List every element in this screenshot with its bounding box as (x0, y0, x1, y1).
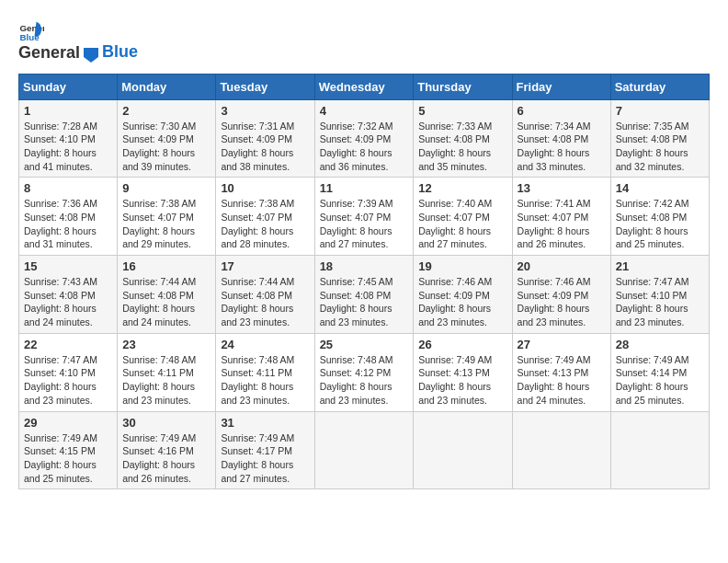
sunset-label: Sunset: 4:08 PM (320, 290, 392, 301)
calendar-cell: 28 Sunrise: 7:49 AM Sunset: 4:14 PM Dayl… (610, 333, 709, 411)
daylight-label: Daylight: 8 hours and 26 minutes. (518, 225, 590, 250)
daylight-label: Daylight: 8 hours and 23 minutes. (518, 303, 590, 327)
sunrise-label: Sunrise: 7:49 AM (518, 354, 591, 365)
daylight-label: Daylight: 8 hours and 32 minutes. (616, 147, 688, 172)
sunrise-label: Sunrise: 7:33 AM (418, 121, 492, 132)
daylight-label: Daylight: 8 hours and 39 minutes. (122, 147, 195, 172)
sunrise-label: Sunrise: 7:34 AM (518, 121, 591, 132)
sunset-label: Sunset: 4:13 PM (518, 367, 589, 378)
day-number: 30 (122, 416, 210, 430)
day-number: 3 (221, 104, 309, 118)
calendar-cell: 3 Sunrise: 7:31 AM Sunset: 4:09 PM Dayli… (216, 99, 314, 178)
day-info: Sunrise: 7:44 AM Sunset: 4:08 PM Dayligh… (221, 275, 309, 329)
daylight-label: Daylight: 8 hours and 24 minutes. (518, 381, 590, 406)
sunrise-label: Sunrise: 7:39 AM (320, 198, 393, 209)
day-info: Sunrise: 7:45 AM Sunset: 4:08 PM Dayligh… (320, 275, 409, 329)
day-number: 26 (418, 338, 506, 351)
day-info: Sunrise: 7:49 AM Sunset: 4:14 PM Dayligh… (616, 353, 704, 408)
sunset-label: Sunset: 4:13 PM (418, 367, 490, 378)
calendar-cell: 25 Sunrise: 7:48 AM Sunset: 4:12 PM Dayl… (314, 333, 414, 411)
sunset-label: Sunset: 4:17 PM (221, 445, 292, 456)
sunrise-label: Sunrise: 7:48 AM (320, 354, 393, 365)
calendar-week-5: 29 Sunrise: 7:49 AM Sunset: 4:15 PM Dayl… (19, 411, 710, 489)
daylight-label: Daylight: 8 hours and 23 minutes. (320, 303, 392, 327)
calendar-cell: 10 Sunrise: 7:38 AM Sunset: 4:07 PM Dayl… (216, 178, 314, 256)
sunrise-label: Sunrise: 7:48 AM (221, 354, 294, 365)
sunset-label: Sunset: 4:07 PM (418, 212, 490, 223)
calendar-cell: 13 Sunrise: 7:41 AM Sunset: 4:07 PM Dayl… (512, 178, 610, 256)
sunrise-label: Sunrise: 7:49 AM (616, 354, 689, 365)
logo-blue: Blue (102, 43, 138, 60)
page-header: General Blue General Blue (18, 18, 710, 64)
day-header-tuesday: Tuesday (216, 74, 314, 99)
day-number: 14 (616, 181, 704, 195)
sunset-label: Sunset: 4:09 PM (320, 133, 392, 144)
sunset-label: Sunset: 4:09 PM (518, 290, 589, 301)
day-number: 27 (518, 338, 606, 351)
day-header-thursday: Thursday (414, 74, 512, 99)
calendar-cell: 22 Sunrise: 7:47 AM Sunset: 4:10 PM Dayl… (19, 333, 118, 411)
daylight-label: Daylight: 8 hours and 26 minutes. (122, 459, 195, 484)
daylight-label: Daylight: 8 hours and 27 minutes. (320, 225, 392, 250)
day-number: 7 (616, 104, 704, 118)
day-info: Sunrise: 7:49 AM Sunset: 4:17 PM Dayligh… (221, 431, 309, 486)
calendar-cell: 1 Sunrise: 7:28 AM Sunset: 4:10 PM Dayli… (19, 99, 118, 178)
day-info: Sunrise: 7:49 AM Sunset: 4:16 PM Dayligh… (122, 431, 210, 486)
calendar-cell: 17 Sunrise: 7:44 AM Sunset: 4:08 PM Dayl… (216, 256, 314, 334)
daylight-label: Daylight: 8 hours and 24 minutes. (24, 303, 97, 327)
day-number: 10 (221, 181, 309, 195)
day-info: Sunrise: 7:49 AM Sunset: 4:15 PM Dayligh… (24, 431, 112, 486)
day-header-monday: Monday (118, 74, 216, 99)
calendar-cell: 27 Sunrise: 7:49 AM Sunset: 4:13 PM Dayl… (512, 333, 610, 411)
calendar-cell (314, 411, 414, 489)
calendar-cell: 30 Sunrise: 7:49 AM Sunset: 4:16 PM Dayl… (118, 411, 216, 489)
day-number: 15 (24, 259, 112, 273)
daylight-label: Daylight: 8 hours and 27 minutes. (418, 225, 491, 250)
daylight-label: Daylight: 8 hours and 41 minutes. (24, 147, 97, 172)
sunset-label: Sunset: 4:11 PM (122, 367, 194, 378)
sunset-label: Sunset: 4:08 PM (221, 290, 292, 301)
calendar-cell (610, 411, 709, 489)
day-info: Sunrise: 7:48 AM Sunset: 4:12 PM Dayligh… (320, 353, 409, 408)
day-number: 11 (320, 181, 409, 195)
sunset-label: Sunset: 4:07 PM (320, 212, 392, 223)
day-info: Sunrise: 7:34 AM Sunset: 4:08 PM Dayligh… (518, 120, 606, 174)
calendar-cell: 9 Sunrise: 7:38 AM Sunset: 4:07 PM Dayli… (118, 178, 216, 256)
day-number: 16 (122, 259, 210, 273)
daylight-label: Daylight: 8 hours and 36 minutes. (320, 147, 392, 172)
sunset-label: Sunset: 4:08 PM (122, 290, 194, 301)
calendar-cell: 7 Sunrise: 7:35 AM Sunset: 4:08 PM Dayli… (610, 99, 709, 178)
daylight-label: Daylight: 8 hours and 27 minutes. (221, 459, 293, 484)
calendar-cell: 24 Sunrise: 7:48 AM Sunset: 4:11 PM Dayl… (216, 333, 314, 411)
sunset-label: Sunset: 4:10 PM (24, 367, 96, 378)
calendar-cell: 4 Sunrise: 7:32 AM Sunset: 4:09 PM Dayli… (314, 99, 414, 178)
calendar-cell: 8 Sunrise: 7:36 AM Sunset: 4:08 PM Dayli… (19, 178, 118, 256)
sunset-label: Sunset: 4:10 PM (616, 290, 688, 301)
day-number: 31 (221, 416, 309, 430)
sunset-label: Sunset: 4:08 PM (616, 212, 688, 223)
day-info: Sunrise: 7:46 AM Sunset: 4:09 PM Dayligh… (418, 275, 506, 329)
logo-general: General (18, 44, 80, 64)
day-number: 21 (616, 259, 704, 273)
sunrise-label: Sunrise: 7:38 AM (122, 198, 196, 209)
daylight-label: Daylight: 8 hours and 23 minutes. (221, 303, 293, 327)
calendar-cell: 31 Sunrise: 7:49 AM Sunset: 4:17 PM Dayl… (216, 411, 314, 489)
sunset-label: Sunset: 4:14 PM (616, 367, 688, 378)
day-number: 20 (518, 259, 606, 273)
calendar-cell: 21 Sunrise: 7:47 AM Sunset: 4:10 PM Dayl… (610, 256, 709, 334)
day-number: 18 (320, 259, 409, 273)
sunset-label: Sunset: 4:12 PM (320, 367, 392, 378)
calendar-cell: 29 Sunrise: 7:49 AM Sunset: 4:15 PM Dayl… (19, 411, 118, 489)
sunset-label: Sunset: 4:07 PM (221, 212, 292, 223)
day-info: Sunrise: 7:48 AM Sunset: 4:11 PM Dayligh… (122, 353, 210, 408)
logo: General Blue General Blue (18, 18, 138, 64)
day-header-wednesday: Wednesday (314, 74, 414, 99)
day-header-saturday: Saturday (610, 74, 709, 99)
day-number: 29 (24, 416, 112, 430)
daylight-label: Daylight: 8 hours and 24 minutes. (122, 303, 195, 327)
daylight-label: Daylight: 8 hours and 23 minutes. (122, 381, 195, 406)
calendar-cell: 5 Sunrise: 7:33 AM Sunset: 4:08 PM Dayli… (414, 99, 512, 178)
sunrise-label: Sunrise: 7:32 AM (320, 121, 393, 132)
sunrise-label: Sunrise: 7:43 AM (24, 276, 97, 287)
sunset-label: Sunset: 4:10 PM (24, 133, 96, 144)
